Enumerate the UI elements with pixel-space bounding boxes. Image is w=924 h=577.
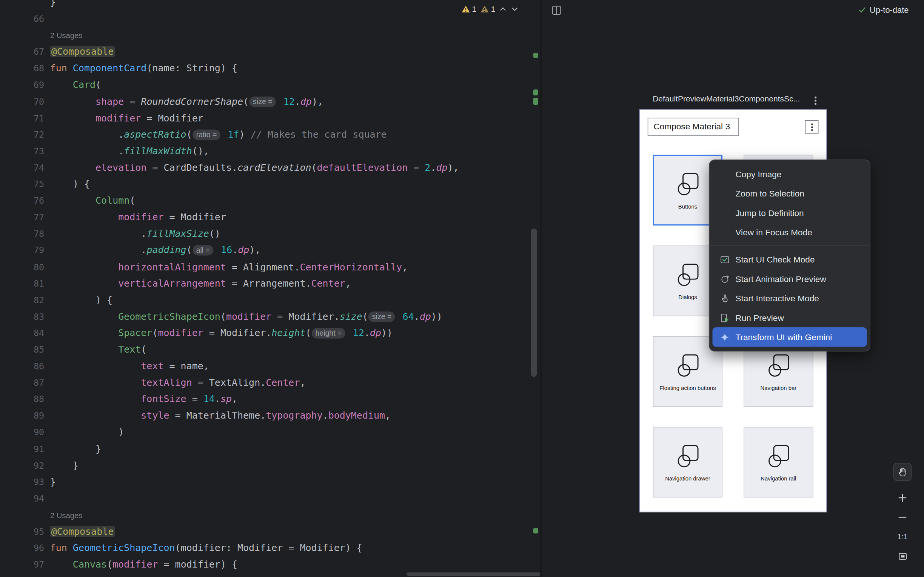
line-number: 91 <box>0 441 44 458</box>
vcs-change-marker <box>533 528 538 533</box>
card-label: Buttons <box>678 203 697 209</box>
code-line[interactable]: 73 .fillMaxWidth(), <box>0 143 459 160</box>
menu-item-zoom-to-selection[interactable]: Zoom to Selection <box>712 184 867 203</box>
ui-check-icon <box>720 255 736 264</box>
preview-more-icon[interactable] <box>809 95 821 106</box>
overflow-menu-icon[interactable] <box>805 120 819 134</box>
zoom-actual-size-label: 1:1 <box>897 532 908 541</box>
line-number: 72 <box>0 126 44 143</box>
code-line[interactable]: 2 Usages <box>0 27 459 44</box>
line-number: 93 <box>0 474 44 490</box>
parameter-inlay-hint: size = <box>368 311 395 322</box>
code-line[interactable]: 84 Spacer(modifier = Modifier.height(hei… <box>0 325 459 342</box>
code-line[interactable]: 71 modifier = Modifier <box>0 110 459 126</box>
code-line[interactable]: 80 horizontalAlignment = Alignment.Cente… <box>0 259 459 275</box>
usages-hint[interactable]: 2 Usages <box>50 511 82 520</box>
parameter-inlay-hint: size = <box>249 96 276 107</box>
zoom-to-fit-icon[interactable] <box>893 547 911 565</box>
code-line[interactable]: 92 } <box>0 457 459 474</box>
code-line[interactable]: 87 textAlign = TextAlign.Center, <box>0 374 459 391</box>
zoom-actual-size[interactable]: 1:1 <box>893 528 911 546</box>
code-line[interactable]: 97 Canvas(modifier = modifier) { <box>0 557 459 573</box>
menu-item-view-in-focus-mode[interactable]: View in Focus Mode <box>712 222 867 242</box>
animation-icon <box>720 274 736 284</box>
preview-layout-icon[interactable] <box>551 5 562 18</box>
line-number: 96 <box>0 540 44 557</box>
pan-tool-icon[interactable] <box>893 463 911 481</box>
code-line[interactable]: 94 <box>0 490 459 507</box>
code-line[interactable]: 77 modifier = Modifier <box>0 209 459 226</box>
code-line[interactable]: 70 shape = RoundedCornerShape(size = 12.… <box>0 93 459 110</box>
code-line[interactable]: 95@Composable <box>0 524 459 540</box>
code-line[interactable]: 82 ) { <box>0 292 459 308</box>
geometric-shape-icon <box>675 171 701 200</box>
component-card-navigation-drawer[interactable]: Navigation drawer <box>653 427 722 497</box>
line-number: 66 <box>0 11 44 27</box>
warning-icon[interactable]: 1 <box>461 5 476 13</box>
code-line[interactable]: 72 .aspectRatio(ratio = 1f) // Makes the… <box>0 126 459 143</box>
code-editor[interactable]: }662 Usages67@Composable68fun ComponentC… <box>0 0 541 577</box>
line-number: 78 <box>0 226 44 242</box>
component-card-navigation-rail[interactable]: Navigation rail <box>743 427 813 497</box>
line-number: 79 <box>0 242 44 259</box>
code-line[interactable]: 96fun GeometricShapeIcon(modifier: Modif… <box>0 540 459 557</box>
preview-name[interactable]: DefaultPreviewMaterial3ComponentsSc... <box>640 94 813 103</box>
code-line[interactable]: 90 ) <box>0 424 459 441</box>
zoom-out-icon[interactable] <box>893 508 911 526</box>
menu-item-start-animation-preview[interactable]: Start Animation Preview <box>712 269 867 288</box>
line-number: 92 <box>0 457 44 474</box>
code-line[interactable]: 74 elevation = CardDefaults.cardElevatio… <box>0 160 459 176</box>
code-line[interactable]: 86 text = name, <box>0 358 459 374</box>
line-number: 73 <box>0 143 44 160</box>
code-line[interactable]: 69 Card( <box>0 77 459 93</box>
code-line[interactable]: } <box>0 0 459 11</box>
editor-vertical-scrollbar[interactable] <box>531 229 537 377</box>
menu-item-start-ui-check-mode[interactable]: Start UI Check Mode <box>712 250 867 269</box>
code-line[interactable]: 76 Column( <box>0 193 459 209</box>
line-number: 71 <box>0 110 44 126</box>
menu-item-transform-ui-with-gemini[interactable]: Transform UI with Gemini <box>712 327 867 347</box>
code-line[interactable]: 89 style = MaterialTheme.typography.body… <box>0 408 459 424</box>
check-icon <box>858 6 866 15</box>
code-area: }662 Usages67@Composable68fun ComponentC… <box>0 0 459 573</box>
menu-item-jump-to-definition[interactable]: Jump to Definition <box>712 203 867 223</box>
code-line[interactable]: 75 ) { <box>0 176 459 193</box>
geometric-shape-icon <box>765 352 792 381</box>
card-label: Navigation drawer <box>665 475 710 481</box>
inspections-widget[interactable]: 1 1 <box>461 2 519 16</box>
panel-divider[interactable] <box>541 0 542 577</box>
code-line[interactable]: 79 .padding(all = 16.dp), <box>0 242 459 259</box>
card-label: Navigation rail <box>761 475 796 481</box>
run-icon <box>720 313 736 322</box>
code-line[interactable]: 85 Text( <box>0 341 459 358</box>
editor-horizontal-scrollbar[interactable] <box>407 572 540 576</box>
code-line[interactable]: 66 <box>0 11 459 27</box>
code-line[interactable]: 83 GeometricShapeIcon(modifier = Modifie… <box>0 308 459 325</box>
menu-item-start-interactive-mode[interactable]: Start Interactive Mode <box>712 288 867 308</box>
weak-warning-icon[interactable]: 1 <box>480 5 495 13</box>
usages-hint[interactable]: 2 Usages <box>50 31 82 40</box>
code-line[interactable]: 81 verticalArrangement = Arrangement.Cen… <box>0 275 459 292</box>
menu-item-copy-image[interactable]: Copy Image <box>712 164 867 184</box>
parameter-inlay-hint: ratio = <box>192 129 220 140</box>
code-line[interactable]: 88 fontSize = 14.sp, <box>0 391 459 408</box>
menu-separator <box>709 245 870 246</box>
code-line[interactable]: 2 Usages <box>0 507 459 524</box>
code-line[interactable]: 68fun ComponentCard(name: String) { <box>0 60 459 77</box>
code-line[interactable]: 78 .fillMaxSize() <box>0 226 459 242</box>
app-title-field[interactable]: Compose Material 3 <box>648 118 739 136</box>
geometric-shape-icon <box>675 443 701 472</box>
next-issue-chevron-icon[interactable] <box>511 5 519 13</box>
zoom-in-icon[interactable] <box>893 489 911 507</box>
menu-item-run-preview[interactable]: Run Preview <box>712 308 867 328</box>
menu-item-label: Start Interactive Mode <box>735 293 819 303</box>
code-line[interactable]: 91 } <box>0 441 459 458</box>
line-number: 75 <box>0 176 44 193</box>
line-number: 88 <box>0 391 44 408</box>
previous-issue-chevron-icon[interactable] <box>499 5 507 13</box>
code-line[interactable]: 67@Composable <box>0 44 459 60</box>
parameter-inlay-hint: all = <box>192 245 213 256</box>
line-number: 67 <box>0 44 44 60</box>
menu-item-label: Jump to Definition <box>735 208 804 218</box>
code-line[interactable]: 93} <box>0 474 459 490</box>
